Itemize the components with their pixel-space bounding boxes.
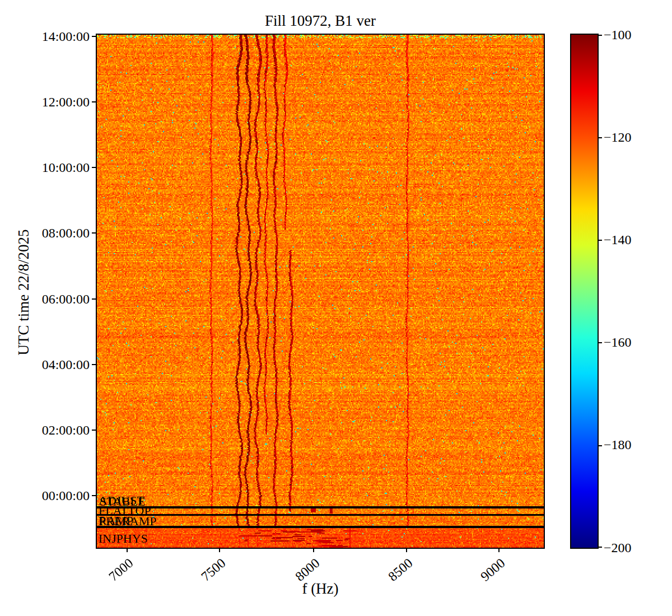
x-tick-label: 7500 [183,556,228,597]
colorbar-tick-label: −180 [604,437,654,452]
tick-mark [598,445,602,446]
y-tick-label: 10:00:00 [17,160,90,175]
y-tick-label: 14:00:00 [17,29,90,44]
tick-mark [92,167,96,168]
tick-mark [92,495,96,496]
tick-mark [598,137,602,138]
figure: Fill 10972, B1 ver UTC time 22/8/2025 14… [0,0,672,616]
spectrogram-plot-area [96,34,545,549]
tick-mark [598,547,602,548]
colorbar-tick-label: −160 [604,335,654,349]
tick-mark [92,232,96,234]
x-tick-label: 8500 [370,556,416,597]
beam-mode-label-injphys: INJPHYS [99,533,148,545]
tick-mark [598,342,602,343]
plot-title: Fill 10972, B1 ver [152,12,488,30]
y-tick-label: 02:00:00 [17,423,90,437]
tick-mark [313,548,314,552]
colorbar-tick-label: −140 [604,232,654,247]
tick-mark [92,101,96,102]
spectrogram-canvas [97,35,544,548]
tick-mark [92,364,96,365]
y-tick-label: 04:00:00 [17,357,90,372]
x-tick-label: 9000 [463,556,508,597]
y-tick-label: 08:00:00 [17,226,90,240]
y-tick-label: 00:00:00 [17,488,90,503]
x-axis-label: f (Hz) [264,580,376,598]
beam-mode-label-preramp: PRERAMP [99,515,157,528]
colorbar-tick-label: −100 [604,27,654,42]
tick-mark [92,36,96,37]
tick-mark [219,548,220,552]
tick-mark [598,240,602,241]
tick-mark [92,430,96,431]
colorbar [570,34,599,549]
x-tick-label: 7000 [91,556,136,597]
tick-mark [127,548,128,552]
colorbar-gradient [571,35,598,548]
y-tick-label: 12:00:00 [17,95,90,109]
tick-mark [406,548,407,552]
y-tick-label: 06:00:00 [17,292,90,306]
colorbar-tick-label: −120 [604,130,654,144]
colorbar-tick-label: −200 [604,540,654,555]
tick-mark [598,35,602,36]
tick-mark [92,298,96,300]
tick-mark [498,548,500,552]
